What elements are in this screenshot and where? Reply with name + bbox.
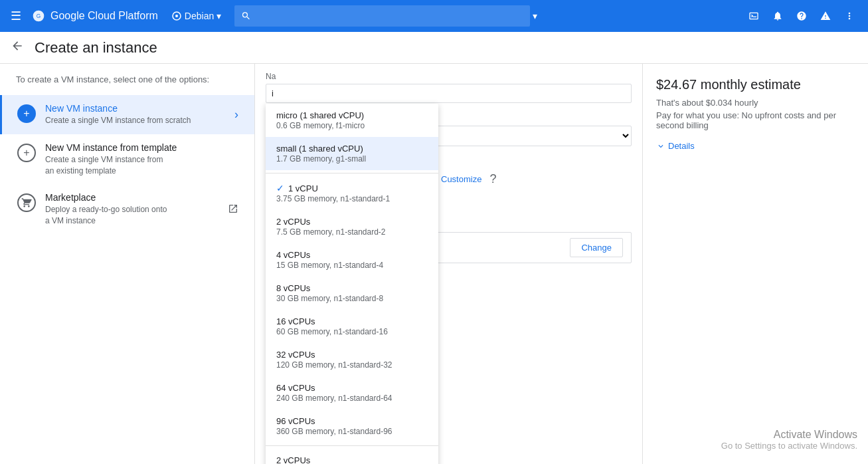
windows-activate-title: Activate Windows bbox=[721, 429, 857, 441]
new-vm-template-text: New VM instance from template Create a s… bbox=[45, 142, 238, 177]
sidebar-item-new-vm[interactable]: + New VM instance Create a single VM ins… bbox=[0, 95, 254, 134]
search-input[interactable] bbox=[256, 11, 523, 21]
bell-icon bbox=[772, 10, 783, 22]
dropdown-item-32vcpu[interactable]: 32 vCPUs 120 GB memory, n1-standard-32 bbox=[266, 343, 438, 376]
back-button[interactable] bbox=[11, 39, 24, 56]
search-container: ▾ bbox=[234, 5, 540, 27]
dropdown-item-1vcpu[interactable]: ✓ 1 vCPU 3.75 GB memory, n1-standard-1 bbox=[266, 176, 438, 210]
content-area: Na Re us-east1-b Ma 1 vCPU Customize bbox=[255, 64, 642, 464]
cost-note: Pay for what you use: No upfront costs a… bbox=[656, 110, 855, 130]
svg-point-3 bbox=[175, 15, 178, 17]
new-vm-desc: Create a single VM instance from scratch bbox=[45, 115, 229, 126]
dropdown-item-64vcpu-title: 64 vCPUs bbox=[276, 383, 428, 393]
dropdown-item-2vcpu[interactable]: 2 vCPUs 7.5 GB memory, n1-standard-2 bbox=[266, 210, 438, 243]
sidebar-item-marketplace[interactable]: Marketplace Deploy a ready-to-go solutio… bbox=[0, 184, 254, 235]
dropdown-item-micro[interactable]: micro (1 shared vCPU) 0.6 GB memory, f1-… bbox=[266, 104, 438, 137]
details-expand-icon bbox=[656, 142, 665, 151]
main-layout: To create a VM instance, select one of t… bbox=[0, 64, 868, 464]
dropdown-item-2vcpu-sub: 7.5 GB memory, n1-standard-2 bbox=[276, 227, 428, 237]
dropdown-item-16vcpu-sub: 60 GB memory, n1-standard-16 bbox=[276, 327, 428, 336]
marketplace-text: Marketplace Deploy a ready-to-go solutio… bbox=[45, 192, 228, 227]
sidebar-item-new-vm-template[interactable]: + New VM instance from template Create a… bbox=[0, 134, 254, 185]
new-vm-template-icon-circle: + bbox=[17, 144, 36, 162]
cart-icon bbox=[21, 197, 32, 208]
gcp-logo-icon: G bbox=[32, 9, 45, 23]
change-button[interactable]: Change bbox=[570, 238, 623, 257]
marketplace-external-icon bbox=[228, 203, 238, 216]
dropdown-item-highmem-2vcpu[interactable]: 2 vCPUs 13 GB memory, n1-highmem-2 bbox=[266, 449, 438, 464]
marketplace-icon-circle bbox=[17, 193, 36, 212]
details-link[interactable]: Details bbox=[656, 141, 855, 151]
svg-text:G: G bbox=[37, 13, 41, 19]
dropdown-item-16vcpu-title: 16 vCPUs bbox=[276, 316, 428, 326]
project-selector[interactable]: Debian ▾ bbox=[171, 11, 221, 21]
dropdown-item-1vcpu-title: ✓ 1 vCPU bbox=[276, 183, 428, 193]
new-vm-template-icon: + bbox=[16, 142, 37, 164]
new-vm-arrow: › bbox=[234, 108, 238, 122]
page-title: Create an instance bbox=[35, 39, 157, 57]
search-box[interactable] bbox=[234, 5, 530, 27]
warning-icon bbox=[820, 10, 831, 22]
dropdown-item-small-sub: 1.7 GB memory, g1-small bbox=[276, 154, 428, 164]
new-vm-icon-circle: + bbox=[17, 104, 36, 123]
windows-watermark: Activate Windows Go to Settings to activ… bbox=[721, 429, 857, 451]
hamburger-icon[interactable]: ☰ bbox=[8, 6, 24, 26]
dropdown-item-4vcpu-title: 4 vCPUs bbox=[276, 250, 428, 260]
dropdown-item-micro-sub: 0.6 GB memory, f1-micro bbox=[276, 121, 428, 130]
marketplace-desc: Deploy a ready-to-go solution ontoa VM i… bbox=[45, 204, 228, 227]
new-vm-title: New VM instance bbox=[45, 103, 229, 114]
app-logo: G Google Cloud Platform bbox=[32, 9, 158, 23]
dropdown-divider-2 bbox=[266, 445, 438, 446]
dropdown-item-16vcpu[interactable]: 16 vCPUs 60 GB memory, n1-standard-16 bbox=[266, 310, 438, 343]
dropdown-divider-1 bbox=[266, 173, 438, 174]
name-input[interactable] bbox=[266, 84, 632, 103]
project-icon bbox=[171, 11, 182, 21]
more-options-icon[interactable] bbox=[839, 5, 860, 27]
cloud-shell-icon[interactable] bbox=[743, 5, 764, 27]
dropdown-item-96vcpu[interactable]: 96 vCPUs 360 GB memory, n1-standard-96 bbox=[266, 409, 438, 443]
dropdown-item-4vcpu[interactable]: 4 vCPUs 15 GB memory, n1-standard-4 bbox=[266, 243, 438, 277]
new-vm-template-title: New VM instance from template bbox=[45, 142, 238, 153]
alerts-icon[interactable] bbox=[815, 5, 836, 27]
customize-link[interactable]: Customize bbox=[441, 174, 481, 184]
dropdown-item-64vcpu[interactable]: 64 vCPUs 240 GB memory, n1-standard-64 bbox=[266, 376, 438, 409]
dropdown-item-64vcpu-sub: 240 GB memory, n1-standard-64 bbox=[276, 394, 428, 403]
search-icon bbox=[241, 11, 251, 21]
cost-hourly: That's about $0.034 hourly bbox=[656, 98, 855, 108]
help-tooltip-icon[interactable]: ? bbox=[489, 172, 496, 186]
dropdown-item-highmem-2vcpu-title: 2 vCPUs bbox=[276, 455, 428, 464]
dropdown-item-8vcpu-title: 8 vCPUs bbox=[276, 283, 428, 293]
search-dropdown-arrow[interactable]: ▾ bbox=[530, 8, 540, 24]
dropdown-item-8vcpu-sub: 30 GB memory, n1-standard-8 bbox=[276, 294, 428, 303]
sidebar-intro: To create a VM instance, select one of t… bbox=[0, 74, 254, 95]
dropdown-item-32vcpu-sub: 120 GB memory, n1-standard-32 bbox=[276, 360, 428, 370]
help-icon[interactable] bbox=[791, 5, 812, 27]
top-nav: ☰ G Google Cloud Platform Debian ▾ ▾ bbox=[0, 0, 868, 32]
windows-activate-subtitle: Go to Settings to activate Windows. bbox=[721, 441, 857, 451]
name-row: Na bbox=[266, 72, 632, 103]
check-icon-1vcpu: ✓ bbox=[276, 183, 284, 193]
dropdown-item-micro-title: micro (1 shared vCPU) bbox=[276, 110, 428, 120]
dropdown-item-small[interactable]: small (1 shared vCPU) 1.7 GB memory, g1-… bbox=[266, 137, 438, 170]
new-vm-template-desc: Create a single VM instance froman exist… bbox=[45, 154, 238, 177]
dropdown-item-2vcpu-title: 2 vCPUs bbox=[276, 217, 428, 227]
marketplace-icon-wrap bbox=[16, 192, 37, 213]
terminal-icon bbox=[748, 10, 759, 22]
new-vm-icon: + bbox=[16, 103, 37, 124]
page-header: Create an instance bbox=[0, 32, 868, 64]
dropdown-item-small-title: small (1 shared vCPU) bbox=[276, 144, 428, 154]
nav-icons bbox=[743, 5, 860, 27]
dropdown-item-96vcpu-title: 96 vCPUs bbox=[276, 416, 428, 426]
cost-estimate: $24.67 monthly estimate bbox=[656, 77, 855, 92]
marketplace-title: Marketplace bbox=[45, 192, 228, 203]
right-panel: $24.67 monthly estimate That's about $0.… bbox=[642, 64, 868, 464]
sidebar: To create a VM instance, select one of t… bbox=[0, 64, 255, 464]
vertical-dots-icon bbox=[844, 10, 855, 22]
name-label: Na bbox=[266, 72, 632, 81]
question-icon bbox=[796, 10, 807, 22]
new-vm-text: New VM instance Create a single VM insta… bbox=[45, 103, 229, 126]
details-label: Details bbox=[668, 141, 695, 151]
notification-icon[interactable] bbox=[767, 5, 788, 27]
dropdown-item-8vcpu[interactable]: 8 vCPUs 30 GB memory, n1-standard-8 bbox=[266, 277, 438, 310]
dropdown-item-96vcpu-sub: 360 GB memory, n1-standard-96 bbox=[276, 427, 428, 436]
